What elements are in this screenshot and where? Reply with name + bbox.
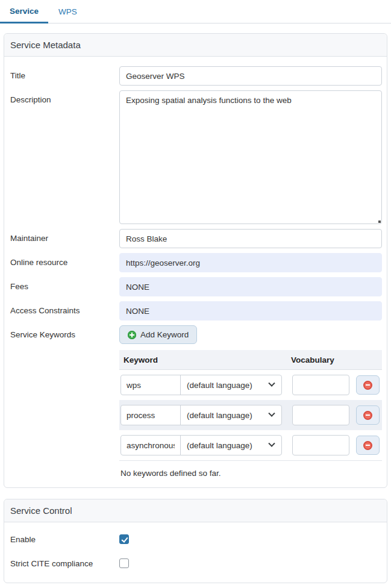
vocabulary-input[interactable]	[292, 435, 349, 455]
tab-service[interactable]: Service	[0, 0, 48, 23]
language-select[interactable]: (default language)	[181, 375, 281, 395]
online-resource-label: Online resource	[10, 253, 119, 272]
chevron-down-icon	[268, 380, 275, 387]
access-constraints-row: Access Constraints	[10, 301, 382, 321]
access-constraints-label: Access Constraints	[10, 301, 119, 321]
strict-cite-label: Strict CITE compliance	[10, 559, 119, 568]
title-label: Title	[10, 66, 119, 86]
enable-checkbox[interactable]	[119, 534, 129, 544]
minus-circle-icon	[363, 381, 372, 390]
enable-row: Enable	[10, 534, 382, 544]
vocabulary-input[interactable]	[292, 375, 349, 395]
maintainer-input[interactable]	[119, 229, 382, 248]
minus-circle-icon	[363, 441, 372, 450]
keyword-table-header: Keyword Vocabulary	[119, 350, 382, 370]
maintainer-row: Maintainer	[10, 229, 382, 248]
textarea-resize-handle[interactable]	[378, 220, 381, 223]
language-select[interactable]: (default language)	[181, 436, 281, 455]
online-resource-row: Online resource	[10, 253, 382, 272]
remove-keyword-button[interactable]	[356, 405, 380, 425]
keyword-input-group: (default language)	[120, 375, 282, 395]
service-control-title: Service Control	[4, 499, 387, 522]
title-input[interactable]	[119, 66, 382, 86]
keyword-input[interactable]	[121, 436, 181, 455]
tab-bar: Service WPS	[0, 0, 391, 23]
chevron-down-icon	[268, 410, 275, 417]
description-textarea[interactable]: Exposing spatial analysis functions to t…	[119, 90, 382, 224]
strict-cite-row: Strict CITE compliance	[10, 558, 382, 568]
add-keyword-button-label: Add Keyword	[140, 330, 189, 339]
service-keywords-row: Service Keywords Add Keyword Keyword Voc…	[10, 325, 382, 479]
service-control-panel: Service Control Enable Strict CITE compl…	[4, 499, 387, 583]
remove-keyword-button[interactable]	[356, 436, 380, 455]
keyword-row: (default language)	[119, 400, 382, 430]
service-metadata-body: Title Description Exposing spatial analy…	[4, 57, 387, 487]
service-metadata-title: Service Metadata	[4, 34, 387, 57]
chevron-down-icon	[268, 440, 275, 447]
keyword-table-bottom-border	[119, 460, 382, 461]
strict-cite-checkbox[interactable]	[119, 558, 129, 568]
enable-label: Enable	[10, 535, 119, 544]
fees-row: Fees	[10, 277, 382, 296]
keyword-input[interactable]	[121, 375, 181, 395]
keyword-column-header: Keyword	[119, 355, 290, 364]
keyword-row: (default language)	[119, 370, 382, 400]
language-select[interactable]: (default language)	[181, 405, 281, 425]
title-row: Title	[10, 66, 382, 86]
maintainer-label: Maintainer	[10, 229, 119, 248]
keyword-table: Keyword Vocabulary (default language)	[119, 350, 382, 478]
add-keyword-button[interactable]: Add Keyword	[119, 325, 197, 344]
plus-circle-icon	[128, 331, 136, 339]
vocabulary-input[interactable]	[292, 405, 349, 425]
description-row: Description Exposing spatial analysis fu…	[10, 90, 382, 224]
service-control-body: Enable Strict CITE compliance	[4, 522, 387, 583]
fees-input[interactable]	[119, 277, 382, 296]
language-select-value: (default language)	[187, 411, 252, 420]
language-select-value: (default language)	[187, 441, 252, 450]
service-keywords-label: Service Keywords	[10, 325, 119, 479]
tab-wps[interactable]: WPS	[48, 0, 87, 23]
keywords-empty-message: No keywords defined so far.	[120, 469, 382, 478]
keyword-input[interactable]	[121, 405, 181, 425]
language-select-value: (default language)	[187, 381, 252, 390]
minus-circle-icon	[363, 411, 372, 420]
keyword-row: (default language)	[119, 430, 382, 460]
keyword-input-group: (default language)	[120, 435, 282, 455]
online-resource-input[interactable]	[119, 253, 382, 272]
keyword-input-group: (default language)	[120, 405, 282, 425]
description-label: Description	[10, 90, 119, 224]
fees-label: Fees	[10, 277, 119, 296]
remove-keyword-button[interactable]	[356, 375, 380, 395]
vocabulary-column-header: Vocabulary	[290, 355, 334, 364]
access-constraints-input[interactable]	[119, 301, 382, 321]
service-metadata-panel: Service Metadata Title Description Expos…	[4, 33, 387, 488]
